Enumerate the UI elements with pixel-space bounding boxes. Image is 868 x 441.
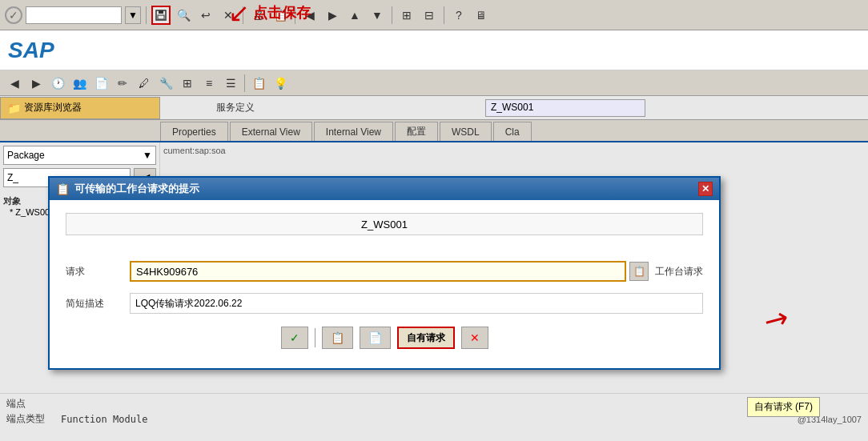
modal-self-request-button[interactable]: 自有请求	[397, 327, 455, 349]
confirm-icon: ✓	[290, 331, 299, 344]
request-tag: 工作台请求	[655, 265, 703, 279]
self-request-arrow-icon: ↙	[757, 300, 795, 341]
modal-cancel-button[interactable]: ✕	[461, 327, 488, 349]
modal-copy-button[interactable]: 📋	[322, 327, 353, 349]
desc-input[interactable]	[130, 293, 703, 314]
tooltip-popup: 自有请求 (F7)	[747, 397, 820, 417]
tooltip-text: 自有请求 (F7)	[754, 401, 813, 412]
desc-label: 简短描述	[66, 297, 130, 311]
modal-buttons: ✓ 📋 📄 自有请求 ✕	[66, 327, 703, 355]
modal-body: 请求 📋 工作台请求 简短描述 ✓ 📋 📄	[50, 200, 719, 368]
modal-dialog: 📋 可传输的工作台请求的提示 ✕ 请求 📋 工作台请求 简短描述	[48, 176, 721, 370]
request-label: 请求	[66, 265, 130, 279]
request-row: 请求 📋 工作台请求	[66, 261, 703, 282]
cancel-icon: ✕	[470, 331, 480, 344]
modal-titlebar: 📋 可传输的工作台请求的提示 ✕	[50, 178, 719, 200]
self-request-label: 自有请求	[407, 331, 445, 345]
modal-title-left: 📋 可传输的工作台请求的提示	[56, 182, 199, 196]
new-doc-icon: 📄	[368, 331, 382, 344]
request-input[interactable]	[130, 261, 626, 282]
btn-sep-1	[315, 328, 315, 347]
modal-ws-name-input[interactable]	[66, 213, 703, 235]
copy-icon: 📋	[331, 331, 344, 344]
modal-title-text: 可传输的工作台请求的提示	[74, 182, 199, 196]
request-pick-button[interactable]: 📋	[629, 262, 649, 281]
modal-new-button[interactable]: 📄	[360, 327, 391, 349]
description-row: 简短描述	[66, 293, 703, 314]
modal-overlay: 📋 可传输的工作台请求的提示 ✕ 请求 📋 工作台请求 简短描述	[0, 0, 868, 441]
modal-close-button[interactable]: ✕	[698, 182, 713, 196]
modal-title-icon: 📋	[56, 182, 70, 195]
modal-confirm-button[interactable]: ✓	[281, 327, 308, 349]
